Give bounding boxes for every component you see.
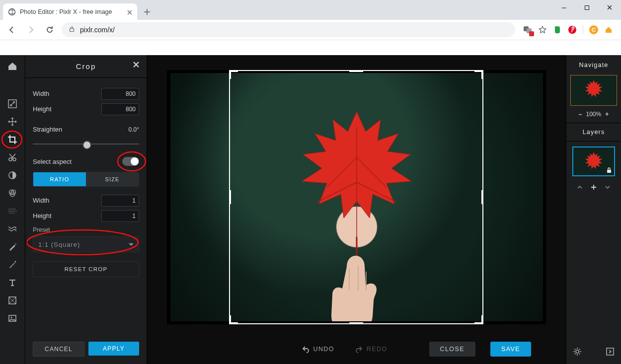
- collapse-panel-icon[interactable]: [605, 347, 615, 359]
- crop-box[interactable]: [229, 70, 483, 324]
- separator: [583, 25, 583, 34]
- zoom-in-button[interactable]: +: [605, 111, 609, 118]
- right-panel: Navigate – 100% + Layers: [566, 55, 621, 364]
- panel-title: Crop: [76, 62, 96, 71]
- crop-height-label: Height: [33, 105, 101, 113]
- stage: [167, 70, 546, 324]
- undo-button[interactable]: UNDO: [299, 342, 337, 357]
- preset-label: Preset: [33, 226, 139, 233]
- pixlr-favicon-icon: [8, 8, 16, 16]
- layers-header: Layers: [566, 123, 621, 142]
- select-aspect-label: Select aspect: [33, 158, 122, 165]
- zoom-out-button[interactable]: –: [579, 111, 582, 118]
- reset-crop-button[interactable]: RESET CROP: [33, 261, 139, 277]
- cancel-button[interactable]: CANCEL: [33, 342, 84, 357]
- ratio-width-input[interactable]: 1: [101, 195, 139, 207]
- tool-crop-icon[interactable]: [0, 131, 24, 148]
- star-bookmark-icon[interactable]: [538, 25, 547, 34]
- tool-draw-icon[interactable]: [0, 256, 24, 274]
- nav-back-button[interactable]: [5, 23, 19, 37]
- crop-height-input[interactable]: 800: [101, 103, 139, 115]
- browser-chrome: Photo Editor : Pixlr X - free image pixl…: [0, 0, 621, 55]
- settings-icon[interactable]: [572, 347, 582, 359]
- ratio-height-label: Height: [33, 212, 101, 219]
- navigate-thumbnail[interactable]: [570, 75, 617, 106]
- zoom-value: 100%: [586, 111, 601, 118]
- profile-avatar-icon[interactable]: C: [589, 25, 598, 34]
- close-button[interactable]: CLOSE: [429, 342, 475, 357]
- ext-home-icon[interactable]: [604, 25, 613, 34]
- nav-forward-button[interactable]: [24, 23, 38, 37]
- right-footer: [566, 341, 621, 364]
- layer-lock-icon: [606, 167, 613, 174]
- window-minimize-button[interactable]: [552, 0, 575, 15]
- tool-adjust-icon[interactable]: [0, 166, 24, 184]
- svg-rect-20: [607, 170, 611, 173]
- tool-text-icon[interactable]: [0, 274, 24, 291]
- window-maximize-button[interactable]: [575, 0, 598, 15]
- layer-thumbnail[interactable]: [572, 146, 615, 176]
- ext-pinterest-icon[interactable]: [568, 25, 577, 34]
- browser-tab[interactable]: Photo Editor : Pixlr X - free image: [3, 3, 137, 20]
- window-close-button[interactable]: [598, 0, 621, 15]
- home-button[interactable]: [0, 55, 24, 77]
- tool-resize-icon[interactable]: [0, 95, 24, 113]
- ratio-height-input[interactable]: 1: [101, 210, 139, 222]
- address-bar-row: pixlr.com/x/ C: [0, 20, 621, 40]
- tab-close-icon[interactable]: [127, 9, 132, 14]
- caret-down-icon: [129, 243, 134, 246]
- size-tab[interactable]: SIZE: [86, 172, 139, 186]
- url-text: pixlr.com/x/: [80, 26, 115, 34]
- save-button[interactable]: SAVE: [490, 342, 531, 357]
- svg-rect-2: [70, 29, 74, 32]
- select-aspect-toggle[interactable]: [122, 157, 139, 166]
- tool-element-icon[interactable]: [0, 291, 24, 309]
- new-tab-button[interactable]: [140, 5, 154, 19]
- tab-title: Photo Editor : Pixlr X - free image: [20, 8, 123, 15]
- navigate-header: Navigate: [566, 55, 621, 75]
- nav-reload-button[interactable]: [43, 23, 57, 37]
- panel-footer: CANCEL APPLY: [33, 342, 139, 357]
- ratio-width-label: Width: [33, 197, 101, 204]
- layer-up-icon[interactable]: [576, 184, 583, 193]
- ext-translate-icon[interactable]: [523, 25, 532, 34]
- tool-cutout-icon[interactable]: [0, 148, 24, 166]
- preset-select[interactable]: 1:1 (Square): [33, 236, 139, 252]
- tool-liquify-icon[interactable]: [0, 220, 24, 238]
- aspect-mode-segment[interactable]: RATIO SIZE: [33, 172, 139, 187]
- address-bar[interactable]: pixlr.com/x/: [62, 22, 515, 37]
- svg-point-17: [11, 317, 12, 318]
- tab-strip: Photo Editor : Pixlr X - free image: [0, 0, 621, 20]
- extension-icons: C: [520, 25, 616, 34]
- crop-panel: Crop Width 800 Height 800 Straighten 0.0…: [25, 55, 147, 364]
- layer-down-icon[interactable]: [604, 184, 611, 193]
- canvas-area: UNDO REDO CLOSE SAVE: [147, 55, 566, 364]
- crop-width-input[interactable]: 800: [101, 88, 139, 100]
- svg-point-0: [9, 8, 15, 15]
- svg-rect-22: [607, 348, 614, 355]
- tool-add-image-icon[interactable]: [0, 309, 24, 327]
- straighten-value: 0.0°: [108, 126, 139, 133]
- tool-effect-icon[interactable]: [0, 202, 24, 220]
- preset-value: 1:1 (Square): [38, 241, 80, 248]
- layer-add-icon[interactable]: [590, 184, 597, 193]
- window-controls: [552, 0, 621, 15]
- redo-button[interactable]: REDO: [352, 342, 390, 357]
- ratio-tab[interactable]: RATIO: [33, 172, 86, 186]
- tool-move-icon[interactable]: [0, 113, 24, 131]
- svg-point-21: [576, 350, 579, 353]
- layer-controls: [566, 181, 621, 195]
- zoom-controls: – 100% +: [566, 106, 621, 123]
- ext-evernote-icon[interactable]: [553, 25, 562, 34]
- apply-button[interactable]: APPLY: [88, 342, 139, 356]
- svg-rect-1: [585, 5, 589, 9]
- pixlr-app: Crop Width 800 Height 800 Straighten 0.0…: [0, 55, 621, 364]
- straighten-label: Straighten: [33, 126, 108, 133]
- straighten-slider[interactable]: [33, 138, 139, 150]
- crop-width-label: Width: [33, 90, 101, 97]
- svg-point-14: [15, 261, 16, 263]
- panel-close-icon[interactable]: [133, 61, 140, 70]
- lock-icon: [69, 26, 75, 34]
- tool-filter-icon[interactable]: [0, 184, 24, 202]
- tool-retouch-icon[interactable]: [0, 238, 24, 256]
